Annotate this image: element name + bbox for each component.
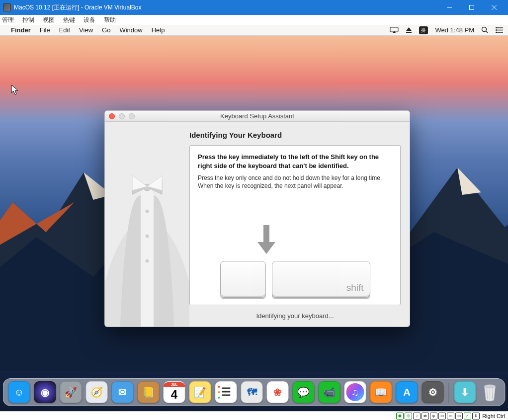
spotlight-icon[interactable]: [481, 26, 489, 34]
assistant-titlebar[interactable]: Keyboard Setup Assistant: [105, 111, 410, 122]
vb-rec-icon[interactable]: ⬇: [472, 413, 480, 420]
input-method-icon[interactable]: 拼: [419, 26, 428, 34]
vb-hostkey-label: Right Ctrl: [482, 413, 505, 419]
svg-point-6: [482, 27, 487, 32]
vb-menu-item[interactable]: 控制: [22, 16, 34, 24]
assistant-heading: Identifying Your Keyboard: [189, 131, 401, 139]
guest-screen: Finder File Edit View Go Window Help 拼 W…: [0, 25, 508, 411]
macos-menubar: Finder File Edit View Go Window Help 拼 W…: [0, 25, 508, 36]
vb-net-icon[interactable]: ⇄: [422, 413, 429, 420]
svg-rect-1: [469, 5, 474, 10]
dock-app-safari[interactable]: 🧭: [86, 381, 108, 403]
menubar-item[interactable]: Window: [119, 26, 142, 34]
vb-menu-item[interactable]: 视图: [43, 16, 55, 24]
window-maximize-button[interactable]: [460, 0, 483, 15]
svg-line-7: [486, 31, 488, 33]
vb-audio-icon[interactable]: ♪: [413, 413, 421, 420]
dock-app-photos[interactable]: ❀: [267, 381, 289, 403]
svg-point-16: [146, 210, 149, 213]
virtualbox-menubar: 管理 控制 视图 热键 设备 帮助: [0, 15, 508, 25]
window-minimize-button[interactable]: [438, 0, 460, 15]
virtualbox-title: MacOS 10.12 [正在运行] - Oracle VM VirtualBo…: [14, 3, 142, 12]
target-key-illustration: [220, 261, 266, 298]
window-close-button[interactable]: [483, 0, 505, 15]
dock-app-itunes[interactable]: ♫: [344, 381, 366, 403]
assistant-instruction-sub: Press the key only once and do not hold …: [198, 174, 392, 190]
dock-app-launchpad[interactable]: 🚀: [60, 381, 82, 403]
dock-app-system-preferences[interactable]: ⚙: [422, 381, 444, 403]
vb-menu-item[interactable]: 热键: [63, 16, 75, 24]
app-menu[interactable]: Finder: [11, 26, 31, 34]
assistant-window-title: Keyboard Setup Assistant: [105, 112, 410, 120]
vb-cd-icon[interactable]: ◎: [405, 413, 412, 420]
vb-menu-item[interactable]: 设备: [84, 16, 95, 24]
eject-icon[interactable]: [406, 27, 412, 33]
svg-rect-5: [406, 32, 412, 33]
shift-key-illustration: shift: [272, 261, 370, 298]
virtualbox-titlebar: MacOS 10.12 [正在运行] - Oracle VM VirtualBo…: [0, 0, 508, 15]
assistant-sidebar-image: [105, 122, 189, 327]
assistant-instruction-strong: Press the key immediately to the left of…: [198, 153, 392, 170]
mouse-cursor: [11, 84, 19, 97]
svg-point-12: [496, 29, 497, 31]
dock-app-facetime[interactable]: 📹: [319, 381, 340, 403]
vb-hdd-icon[interactable]: ◉: [396, 413, 404, 420]
svg-point-17: [146, 235, 149, 238]
assistant-content-panel: Press the key immediately to the left of…: [189, 145, 401, 305]
dock-app-siri[interactable]: ◉: [34, 381, 56, 403]
vb-menu-item[interactable]: 帮助: [104, 16, 116, 24]
menubar-clock[interactable]: Wed 1:48 PM: [435, 26, 474, 34]
dock-app-contacts[interactable]: 📒: [138, 381, 160, 403]
virtualbox-statusbar: ◉ ◎ ♪ ⇄ ψ ▭ ▭ ▭ ✓ ⬇ Right Ctrl: [0, 411, 508, 420]
svg-rect-19: [263, 225, 269, 242]
arrow-down-icon: [256, 225, 276, 256]
dock-trash[interactable]: [480, 381, 500, 403]
svg-point-18: [146, 259, 149, 263]
svg-point-11: [496, 27, 497, 29]
dock-app-calendar[interactable]: JUL4: [164, 381, 185, 403]
svg-point-13: [496, 32, 497, 33]
vb-video-icon[interactable]: ▭: [447, 413, 454, 420]
vb-ga-icon[interactable]: ✓: [464, 413, 471, 420]
menubar-item[interactable]: Edit: [59, 26, 70, 34]
dock: ☺◉🚀🧭✉📒JUL4📝☰🗺❀💬📹♫📖A⚙⬇: [3, 378, 506, 406]
vb-menu-item[interactable]: 管理: [2, 16, 14, 24]
dock-downloads[interactable]: ⬇: [454, 381, 476, 403]
keyboard-setup-assistant-window: Keyboard Setup Assistant: [104, 110, 410, 327]
dock-app-notes[interactable]: 📝: [189, 381, 211, 403]
dock-app-messages[interactable]: 💬: [293, 381, 315, 403]
airplay-icon[interactable]: [390, 27, 399, 33]
dock-app-finder[interactable]: ☺: [8, 381, 30, 403]
vb-usb-icon[interactable]: ψ: [430, 413, 437, 420]
dock-app-maps[interactable]: 🗺: [241, 381, 263, 403]
menubar-item[interactable]: Help: [152, 26, 165, 34]
notification-center-icon[interactable]: [496, 27, 503, 33]
menubar-item[interactable]: File: [40, 26, 50, 34]
dock-app-ibooks[interactable]: 📖: [370, 381, 392, 403]
vb-shared-icon[interactable]: ▭: [438, 413, 446, 420]
dock-app-mail[interactable]: ✉: [112, 381, 134, 403]
dock-app-appstore[interactable]: A: [396, 381, 418, 403]
dock-app-reminders[interactable]: ☰: [215, 381, 237, 403]
assistant-status-text: Identifying your keyboard...: [189, 312, 401, 320]
menubar-item[interactable]: View: [79, 26, 93, 34]
svg-point-20: [485, 385, 496, 388]
vb-display-icon[interactable]: ▭: [455, 413, 463, 420]
virtualbox-icon: [3, 3, 11, 11]
menubar-item[interactable]: Go: [102, 26, 110, 34]
